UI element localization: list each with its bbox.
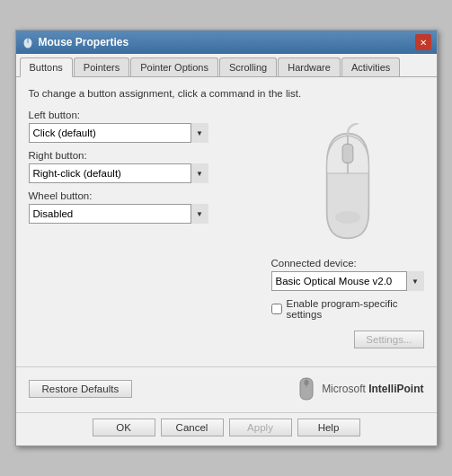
right-button-group: Right button: Right-click (default) ▼ <box>29 150 262 183</box>
svg-rect-3 <box>342 144 353 163</box>
mouse-properties-window: Mouse Properties ✕ Buttons Pointers Poin… <box>15 30 438 446</box>
panel-main: Left button: Click (default) ▼ Right but… <box>29 110 424 348</box>
brand-text: Microsoft IntelliPoint <box>322 383 423 395</box>
right-button-select-wrapper: Right-click (default) ▼ <box>29 163 208 183</box>
window-icon <box>22 36 34 48</box>
tab-activities[interactable]: Activities <box>341 57 400 76</box>
left-button-group: Left button: Click (default) ▼ <box>29 110 262 143</box>
connected-device-section: Connected device: Basic Optical Mouse v2… <box>271 258 424 348</box>
left-button-label: Left button: <box>29 110 262 120</box>
left-button-select[interactable]: Click (default) <box>29 123 208 143</box>
window-title: Mouse Properties <box>39 36 129 48</box>
wheel-button-group: Wheel button: Disabled ▼ <box>29 190 262 224</box>
cancel-button[interactable]: Cancel <box>161 419 224 436</box>
bottom-section: Restore Defaults Microsoft IntelliPoint <box>16 366 437 412</box>
instructions-text: To change a button assignment, click a c… <box>29 88 424 99</box>
close-button[interactable]: ✕ <box>415 34 431 50</box>
program-specific-checkbox-row: Enable program-specific settings <box>271 298 424 320</box>
help-button[interactable]: Help <box>297 419 360 436</box>
connected-device-label: Connected device: <box>271 258 357 269</box>
panel-right: Connected device: Basic Optical Mouse v2… <box>271 110 424 348</box>
tab-scrolling[interactable]: Scrolling <box>219 57 277 76</box>
ok-button[interactable]: OK <box>93 419 155 436</box>
brand-section: Microsoft IntelliPoint <box>297 376 423 401</box>
footer-buttons: OK Cancel Apply Help <box>16 412 437 445</box>
svg-point-4 <box>335 211 360 224</box>
wheel-button-select[interactable]: Disabled <box>29 204 208 224</box>
right-button-select[interactable]: Right-click (default) <box>29 163 208 183</box>
program-specific-checkbox[interactable] <box>271 304 282 314</box>
tab-pointer-options[interactable]: Pointer Options <box>130 57 218 76</box>
settings-button[interactable]: Settings... <box>354 331 423 348</box>
settings-button-row: Settings... <box>271 331 424 348</box>
tabs-bar: Buttons Pointers Pointer Options Scrolli… <box>16 54 437 77</box>
right-button-label: Right button: <box>29 150 262 161</box>
left-button-select-wrapper: Click (default) ▼ <box>29 123 208 143</box>
panel-left: Left button: Click (default) ▼ Right but… <box>29 110 262 348</box>
program-specific-label: Enable program-specific settings <box>287 298 424 320</box>
apply-button[interactable]: Apply <box>229 419 292 436</box>
connected-device-select[interactable]: Basic Optical Mouse v2.0 <box>271 271 424 291</box>
connected-device-select-wrapper: Basic Optical Mouse v2.0 ▼ <box>271 271 424 291</box>
title-bar-left: Mouse Properties <box>22 36 129 48</box>
svg-rect-6 <box>305 380 309 385</box>
mouse-image <box>289 114 406 258</box>
title-bar: Mouse Properties ✕ <box>16 31 437 54</box>
tab-content: To change a button assignment, click a c… <box>16 77 437 359</box>
mouse-illustration <box>303 123 393 249</box>
brand-mouse-icon <box>297 376 316 401</box>
restore-defaults-button[interactable]: Restore Defaults <box>29 380 133 398</box>
tab-buttons[interactable]: Buttons <box>20 57 73 77</box>
wheel-button-select-wrapper: Disabled ▼ <box>29 204 208 224</box>
wheel-button-label: Wheel button: <box>29 190 262 201</box>
tab-hardware[interactable]: Hardware <box>278 57 341 76</box>
tab-pointers[interactable]: Pointers <box>74 57 129 76</box>
